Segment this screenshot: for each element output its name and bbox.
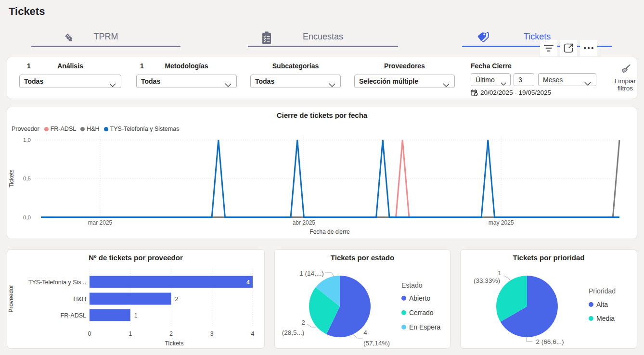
bar-value-label: 4 bbox=[246, 279, 250, 286]
legend-dot-cerrado bbox=[401, 310, 406, 315]
legend-item[interactable]: Media bbox=[589, 315, 616, 322]
category-label: H&H bbox=[74, 296, 86, 303]
tab-tprm-underline bbox=[31, 46, 180, 47]
legend-title: Estado bbox=[401, 281, 440, 289]
slicer-analisis-value: Todas bbox=[24, 77, 43, 85]
focus-mode-icon[interactable] bbox=[560, 40, 577, 56]
slicer-analisis-label: Análisis bbox=[19, 62, 121, 70]
x-tick-label: 1 bbox=[129, 330, 132, 337]
clear-filters-label-line2: filtros bbox=[607, 85, 644, 92]
slicer-subcategorias-dropdown[interactable]: Todas bbox=[250, 75, 341, 88]
tab-tprm-label: TPRM bbox=[31, 32, 180, 42]
dashboard-page: Tickets TPRM bbox=[0, 0, 644, 355]
bar-value-label: 1 bbox=[134, 312, 138, 319]
slicer-analisis: 1 Análisis Todas bbox=[19, 57, 121, 99]
pie-data-label: 1 (14,...) bbox=[299, 270, 323, 277]
page-title: Tickets bbox=[9, 5, 45, 18]
y-axis-title: Proveedor bbox=[8, 285, 14, 313]
slicer-subcategorias: Subcategorías Todas bbox=[250, 57, 341, 99]
bar-1[interactable] bbox=[90, 293, 171, 305]
slicer-metodologias-dropdown[interactable]: Todas bbox=[136, 75, 237, 88]
chevron-down-icon bbox=[501, 79, 506, 88]
legend-label: Abierto bbox=[409, 294, 430, 302]
chevron-down-icon bbox=[109, 80, 116, 89]
legend-item[interactable]: Cerrado bbox=[401, 309, 440, 317]
legend-dot-abierto bbox=[401, 296, 406, 301]
slicer-proveedores-dropdown[interactable]: Selección múltiple bbox=[354, 75, 455, 88]
bar-2[interactable] bbox=[90, 309, 130, 321]
legend-label: Alta bbox=[596, 301, 608, 308]
date-unit-dropdown[interactable]: Meses bbox=[538, 73, 596, 86]
x-tick-label: 4 bbox=[251, 330, 255, 337]
pie-data-label: 1 bbox=[498, 269, 502, 277]
category-label: TYS-Telefonía y Sis... bbox=[28, 279, 86, 286]
tab-tprm[interactable]: TPRM bbox=[31, 28, 180, 47]
slicer-subcategorias-value: Todas bbox=[255, 77, 274, 85]
filter-icon[interactable] bbox=[540, 40, 557, 56]
x-tick-label: 0 bbox=[88, 330, 91, 337]
slicer-metodologias-label: Metodologías bbox=[136, 62, 237, 70]
legend-item[interactable]: Alta bbox=[589, 301, 616, 308]
date-unit-value: Meses bbox=[543, 76, 563, 84]
x-axis-title: Fecha de cierre bbox=[309, 228, 350, 235]
x-tick-label: mar 2025 bbox=[88, 219, 113, 226]
more-options-icon[interactable] bbox=[580, 40, 597, 56]
pie-data-label: 4 bbox=[363, 329, 367, 336]
x-axis-title: Tickets bbox=[165, 340, 183, 347]
line-chart-plot[interactable]: 0,00,51,0mar 2025abr 2025may 2025Fecha d… bbox=[7, 107, 637, 239]
x-tick-label: 3 bbox=[210, 330, 214, 337]
bar-chart-panel: Nº de tickets por proveedor 01234TYS-Tel… bbox=[7, 249, 265, 349]
y-axis-title: Tickets bbox=[8, 169, 15, 188]
line-chart-panel: Cierre de tickets por fecha Proveedor FR… bbox=[7, 107, 637, 239]
bar-0[interactable] bbox=[90, 276, 253, 288]
clear-filters-label-line1: Limpiar bbox=[607, 77, 644, 85]
pie-prioridad-panel: Tickets por prioridad 2 (66,6...)1(33,33… bbox=[460, 249, 637, 349]
slicer-metodologias: 1 Metodologías Todas bbox=[136, 57, 237, 99]
pie-data-label: 2 (66,6...) bbox=[536, 338, 564, 345]
date-mode-value: Último bbox=[476, 76, 495, 84]
date-mode-dropdown[interactable]: Último bbox=[471, 73, 511, 86]
bar-value-label: 2 bbox=[175, 296, 179, 303]
date-number-input[interactable]: 3 bbox=[514, 73, 534, 86]
date-range: 20/02/2025 - 19/05/2025 bbox=[471, 89, 551, 96]
clear-filters-button[interactable]: Limpiar filtros bbox=[607, 64, 644, 94]
chevron-down-icon bbox=[443, 80, 450, 89]
broom-icon bbox=[607, 64, 644, 76]
legend-title: Prioridad bbox=[589, 287, 616, 295]
label-leader-line bbox=[353, 334, 362, 338]
x-tick-label: 2 bbox=[169, 330, 173, 337]
date-filter: Fecha Cierre Último 3 Meses bbox=[471, 57, 596, 99]
legend-label: En Espera bbox=[409, 323, 440, 331]
legend-dot-en-espera bbox=[401, 325, 406, 330]
tab-encuestas-label: Encuestas bbox=[248, 32, 398, 42]
legend-item[interactable]: Abierto bbox=[401, 294, 440, 302]
category-label: FR-ADSL bbox=[61, 312, 87, 319]
pie-data-label: (57,14%) bbox=[363, 340, 390, 347]
date-range-text: 20/02/2025 - 19/05/2025 bbox=[480, 89, 551, 96]
label-leader-line bbox=[527, 337, 532, 342]
calendar-clock-icon bbox=[471, 89, 478, 96]
pie-data-label: (33,33%) bbox=[474, 277, 500, 284]
legend-label: Media bbox=[596, 315, 615, 322]
bar-chart-plot[interactable]: 01234TYS-Telefonía y Sis...4H&H2FR-ADSL1… bbox=[7, 250, 264, 348]
legend-label: Cerrado bbox=[409, 309, 434, 317]
y-tick-label: 0,0 bbox=[23, 215, 31, 220]
slicer-analisis-dropdown[interactable]: Todas bbox=[19, 75, 121, 88]
tab-encuestas-underline bbox=[248, 46, 398, 47]
filter-bar: 1 Análisis Todas 1 Metodologías Todas Su… bbox=[7, 57, 637, 99]
legend-item[interactable]: En Espera bbox=[401, 323, 440, 331]
y-tick-label: 0,5 bbox=[23, 176, 31, 181]
legend-dot-alta bbox=[589, 302, 593, 307]
tab-encuestas[interactable]: Encuestas bbox=[248, 28, 398, 47]
date-number-value: 3 bbox=[518, 76, 522, 84]
slicer-proveedores-label: Proveedores bbox=[354, 62, 455, 70]
pie-estado-panel: Tickets por estado 4(57,14%)2(28,5...)1 … bbox=[274, 249, 451, 349]
legend-dot-media bbox=[589, 316, 593, 321]
slicer-proveedores-value: Selección múltiple bbox=[359, 77, 418, 85]
pie-data-label: 2 bbox=[301, 319, 305, 326]
pie-estado-legend: Estado Abierto Cerrado En Espera bbox=[401, 281, 440, 338]
chevron-down-icon bbox=[329, 80, 335, 89]
slicer-proveedores: Proveedores Selección múltiple bbox=[354, 57, 455, 99]
x-tick-label: abr 2025 bbox=[293, 219, 316, 226]
slicer-metodologias-value: Todas bbox=[141, 77, 160, 85]
